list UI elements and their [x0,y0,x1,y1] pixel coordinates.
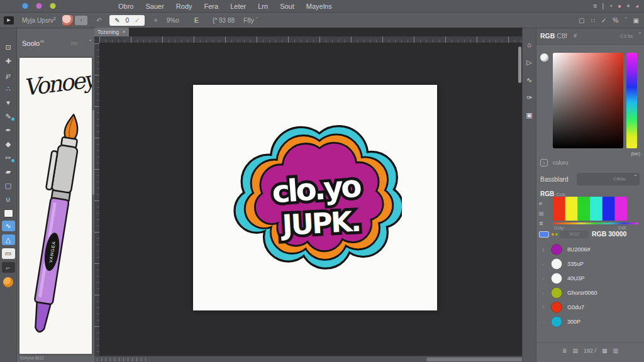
lines-icon[interactable]: ≣ [539,221,544,226]
hex-field[interactable]: 9032 [560,231,589,238]
menu-item-4[interactable]: Leter [230,3,246,10]
caret-down-icon[interactable]: ˇ [625,17,626,24]
window-dot-3[interactable] [50,3,56,9]
menu-item-0[interactable]: Obro [118,3,133,10]
saturation-value-picker[interactable] [553,53,623,148]
swatch-magenta[interactable] [615,197,628,221]
close-tab-icon[interactable]: ✕ [122,30,126,35]
history-icon[interactable]: ↶ [96,16,102,25]
color-swatch-circle[interactable] [551,302,562,313]
null-icon[interactable]: ⌀ [539,200,544,206]
check-icon[interactable]: ✓ [601,17,606,24]
list-icon[interactable]: ≣ [562,348,567,354]
orange-tool-button[interactable] [3,277,13,287]
clock-icon[interactable]: ◔ [609,3,613,9]
shape-tool-button[interactable]: ▢ [2,180,15,191]
active-tool-button-2[interactable]: △ [2,234,15,245]
baseboard-caret-icon[interactable]: ˇ [635,175,636,182]
select-tool-button[interactable]: ∪ [2,194,15,205]
spectrum-swatches[interactable] [553,197,627,221]
format-dropdown[interactable]: F8y ˇ [243,17,258,24]
reference-caret-icon[interactable]: ˇ [89,40,91,47]
swatch-yellow[interactable] [565,197,578,221]
window-controls[interactable] [21,3,59,9]
color-list-item[interactable]: ◦ 335uP [540,258,584,270]
lasso-tool-button[interactable]: ℘ [2,70,15,80]
window-dot-1[interactable] [23,3,28,9]
tab-extra-icon[interactable]: # [574,33,577,39]
color-list-item[interactable]: ▫ Ghorsr0060 [540,287,597,299]
curve-tool-button[interactable]: ∿ [524,75,535,85]
volume-icon[interactable]: 1 [540,159,548,167]
sticker-logo[interactable]: clo.yo JUPK. [232,114,402,278]
swatch-green[interactable] [577,197,590,221]
mode-label[interactable]: E [194,16,199,24]
frame-tool-button[interactable]: ⊡ [2,42,15,53]
dark-tool-button[interactable]: ⌐ [2,262,15,273]
document-tab[interactable]: Tozening ✕ [94,28,129,36]
opacity-label[interactable]: 9%o [167,17,179,24]
expand-button[interactable]: › [75,16,87,25]
brush-size-input[interactable]: ✎ 0 ✓ [109,15,145,26]
app-logo-icon[interactable]: ▶ [4,16,14,25]
brush-size-value[interactable]: 0 [126,17,130,24]
eyedropper-icon[interactable] [540,53,548,62]
artboard[interactable]: clo.yo JUPK. [193,85,437,310]
color-swatch-circle[interactable] [551,316,562,327]
percent-icon[interactable]: % [613,17,618,24]
rainbow-strip[interactable] [553,222,638,224]
panel-toggle-icon[interactable]: ▣ [633,17,639,24]
color-list-item[interactable]: ▫ 40U3P [540,272,585,285]
canvas-vertical-scrollbar[interactable] [518,45,521,353]
pen-tool-button[interactable]: ✒ [2,125,15,136]
menu-item-7[interactable]: Mayelns [306,3,332,10]
plus-icon[interactable]: + [626,3,630,9]
grid-icon[interactable]: ∷ [591,17,595,24]
box-tool-button[interactable]: ▣ [524,110,535,120]
baseboard-dropdown[interactable]: C8rsu ˇ [577,173,640,185]
tab-rgb[interactable]: RGBC8f [540,32,567,40]
brush-tool-button[interactable]: ✎ [2,111,15,122]
hue-slider[interactable] [626,53,637,148]
chisel-tool-button[interactable]: ◆ [2,139,15,150]
mini-label-right[interactable]: Edit [618,226,626,230]
swatch-red[interactable] [553,197,565,221]
page-icon[interactable]: ▤ [572,348,578,354]
window-dot-2[interactable] [36,3,42,9]
profile-icon[interactable]: ◕ [635,3,639,9]
menu-item-5[interactable]: Lrn [258,3,268,10]
panel-caret-icon[interactable]: ˇ [639,32,641,39]
menu-item-1[interactable]: Sauer [145,3,164,10]
swatch-cyan[interactable] [590,197,602,221]
notification-icon[interactable]: ● [618,3,621,9]
menu-item-3[interactable]: Fera [204,3,219,10]
marker-tool-button[interactable]: ▾ [2,97,15,108]
foreground-color-swatch[interactable] [4,209,13,217]
confirm-check-icon[interactable]: ✓ [135,17,140,24]
spray-tool-button[interactable]: ∴ [2,84,15,94]
trash-icon[interactable]: ▥ [613,348,619,354]
home-tool-button[interactable]: ⌂ [524,40,535,50]
nib-tool-button[interactable]: ✑ [524,92,535,102]
color-swatch-circle[interactable] [551,287,562,299]
page-icon[interactable]: ▤ [539,211,544,216]
vertical-scroll-thumb[interactable] [518,47,521,83]
menu-item-6[interactable]: Sout [280,3,294,10]
move-tool-button[interactable]: ✚ [2,56,15,67]
reference-image[interactable]: Vonoey VANGEA [19,58,92,354]
swatch-blue[interactable] [602,197,615,221]
pencil-tool-button[interactable]: ✏ [2,153,15,163]
color-swatch-circle[interactable] [551,244,562,255]
color-list-item[interactable]: ◦ 300P [540,315,580,328]
menu-item-2[interactable]: Rody [176,3,192,10]
tune-icon[interactable]: ⌖ [153,16,157,25]
new-canvas-icon[interactable]: ▢ [579,17,584,24]
color-list-item[interactable]: ✧ G0du7 [540,301,584,314]
cursor-tool-button[interactable]: ▷ [524,57,535,67]
grid-icon[interactable]: ▦ [602,348,608,354]
avatar[interactable] [62,15,73,26]
hamburger-icon[interactable]: ≡ [594,3,597,9]
eraser-tool-button[interactable]: ▰ [2,167,15,177]
active-tool-button-1[interactable]: ∿ [2,221,15,231]
color-swatch-circle[interactable] [551,258,562,270]
